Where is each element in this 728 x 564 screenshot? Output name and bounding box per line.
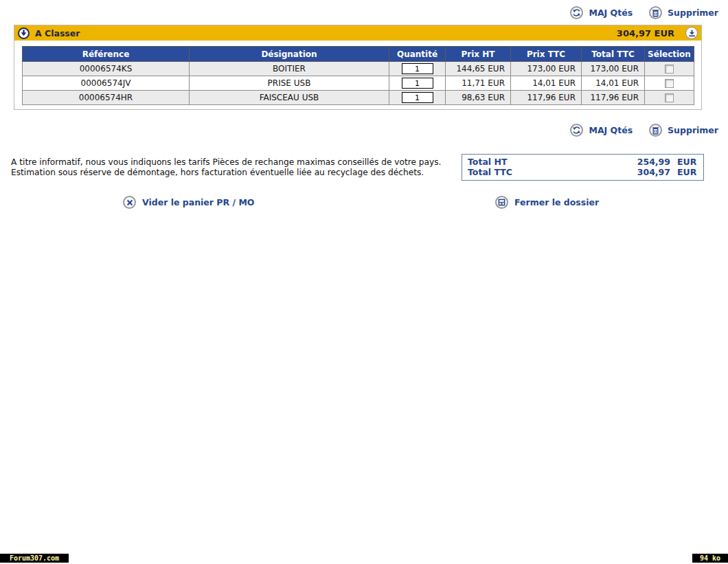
total-ht-currency: EUR [677,157,698,167]
quantity-input[interactable] [402,92,433,103]
info-line-2: Estimation sous réserve de démontage, ho… [11,168,457,178]
supprimer-label: Supprimer [668,8,718,18]
cell-designation: PRISE USB [190,76,389,91]
col-header-reference: Référence [23,47,190,62]
col-header-quantite: Quantité [389,47,446,62]
fermer-dossier-button[interactable]: Fermer le dossier [495,196,599,209]
maj-qtes-label: MAJ Qtés [589,8,633,18]
statusbar-size: 94 ko [692,554,728,563]
refresh-icon [570,124,583,137]
cell-designation: BOITIER [190,62,389,76]
table-row: 00006574KS BOITIER 144,65 EUR 173,00 EUR… [23,62,694,76]
total-ttc-currency: EUR [677,167,698,177]
col-header-total-ttc: Total TTC [582,47,645,62]
selection-checkbox[interactable] [665,65,674,74]
cell-prix-ttc: 117,96 EUR [511,91,582,105]
add-to-basket-icon[interactable] [685,27,698,39]
maj-qtes-button-bottom[interactable]: MAJ Qtés [570,124,633,137]
cell-reference: 00006574HR [23,91,190,105]
col-header-designation: Désignation [190,47,389,62]
cell-prix-ht: 144,65 EUR [446,62,511,76]
cell-reference: 00006574KS [23,62,190,76]
maj-qtes-button-top[interactable]: MAJ Qtés [570,6,633,19]
total-ttc-label: Total TTC [468,167,637,177]
col-header-selection: Sélection [645,47,694,62]
total-ht-value: 254,99 [637,157,670,167]
selection-checkbox[interactable] [665,79,674,88]
collapse-arrow-icon[interactable] [18,27,30,39]
parts-table: Référence Désignation Quantité Prix HT P… [22,46,694,105]
total-ttc-row: Total TTC 304,97 EUR [468,167,698,177]
cell-prix-ht: 98,63 EUR [446,91,511,105]
info-line-1: A titre informatif, nous vous indiquons … [11,157,457,168]
col-header-prix-ttc: Prix TTC [511,47,582,62]
panel-header: A Classer 304,97 EUR [14,25,701,41]
table-row: 00006574JV PRISE USB 11,71 EUR 14,01 EUR… [23,76,694,91]
toolbar-top: MAJ Qtés Supprimer [570,6,718,19]
trash-icon [649,6,662,19]
refresh-icon [570,6,583,19]
cell-prix-ttc: 173,00 EUR [511,62,582,76]
selection-checkbox[interactable] [665,93,674,102]
total-ttc-value: 304,97 [637,167,670,177]
cell-designation: FAISCEAU USB [190,91,389,105]
col-header-prix-ht: Prix HT [446,47,511,62]
fermer-dossier-label: Fermer le dossier [514,197,599,207]
table-header-row: Référence Désignation Quantité Prix HT P… [23,47,694,62]
cell-total-ttc: 173,00 EUR [582,62,645,76]
cell-prix-ht: 11,71 EUR [446,76,511,91]
save-close-icon [495,196,508,209]
cell-reference: 00006574JV [23,76,190,91]
panel-total: 304,97 EUR [617,28,674,38]
cell-total-ttc: 117,96 EUR [582,91,645,105]
vider-panier-label: Vider le panier PR / MO [142,197,254,207]
vider-panier-button[interactable]: Vider le panier PR / MO [123,196,254,209]
x-circle-icon [123,196,136,209]
cell-prix-ttc: 14,01 EUR [511,76,582,91]
maj-qtes-label: MAJ Qtés [589,125,633,135]
cell-total-ttc: 14,01 EUR [582,76,645,91]
total-ht-row: Total HT 254,99 EUR [468,157,698,167]
toolbar-bottom: MAJ Qtés Supprimer [570,124,718,137]
panel-title: A Classer [35,28,611,38]
supprimer-label: Supprimer [668,125,718,135]
quantity-input[interactable] [402,63,433,74]
trash-icon [649,124,662,137]
table-row: 00006574HR FAISCEAU USB 98,63 EUR 117,96… [23,91,694,105]
total-ht-label: Total HT [468,157,637,167]
quantity-input[interactable] [402,78,433,89]
statusbar-site: Forum307.com [0,554,69,563]
totals-box: Total HT 254,99 EUR Total TTC 304,97 EUR [462,154,704,181]
supprimer-button-bottom[interactable]: Supprimer [649,124,718,137]
info-text: A titre informatif, nous vous indiquons … [11,157,457,177]
supprimer-button-top[interactable]: Supprimer [649,6,718,19]
cart-panel: A Classer 304,97 EUR Référence Désignati… [14,25,702,110]
